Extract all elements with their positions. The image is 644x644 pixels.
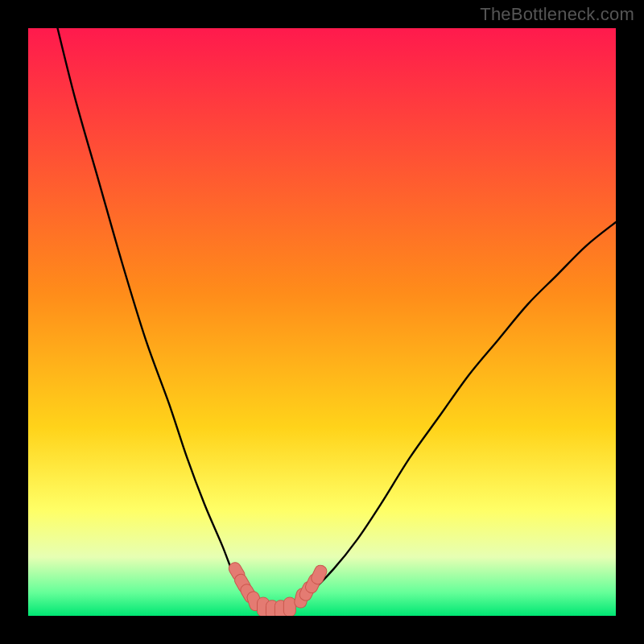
gradient-background	[28, 28, 616, 616]
plot-area	[28, 28, 616, 616]
chart-frame: TheBottleneck.com	[0, 0, 644, 644]
chart-svg	[28, 28, 616, 616]
watermark-label: TheBottleneck.com	[480, 4, 634, 25]
data-marker	[283, 597, 295, 616]
